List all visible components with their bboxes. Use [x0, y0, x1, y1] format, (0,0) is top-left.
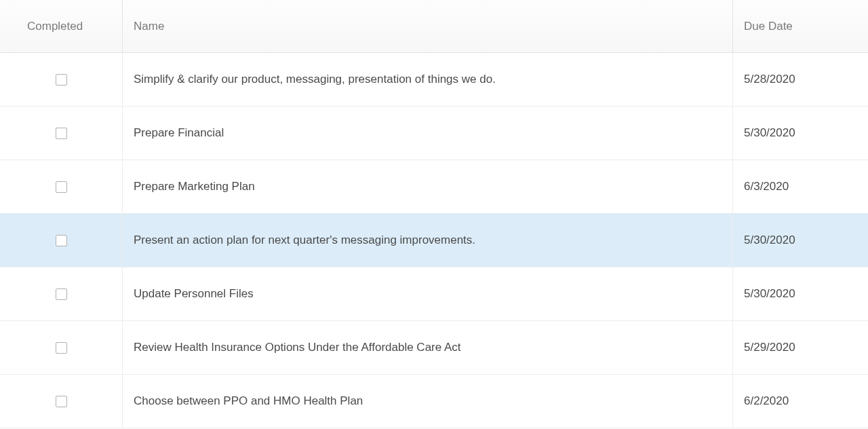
cell-completed: [0, 107, 123, 160]
column-header-name[interactable]: Name: [123, 0, 733, 52]
cell-completed: [0, 267, 123, 320]
cell-name: Prepare Marketing Plan: [123, 160, 733, 213]
cell-due-date: 6/3/2020: [733, 160, 868, 213]
cell-due-date: 6/2/2020: [733, 375, 868, 428]
cell-due-date: 5/30/2020: [733, 267, 868, 320]
table-row[interactable]: Prepare Financial5/30/2020: [0, 107, 868, 160]
table-row[interactable]: Simplify & clarify our product, messagin…: [0, 53, 868, 107]
table-row[interactable]: Review Health Insurance Options Under th…: [0, 321, 868, 375]
column-header-completed[interactable]: Completed: [0, 0, 123, 52]
cell-completed: [0, 53, 123, 106]
cell-completed: [0, 375, 123, 428]
cell-completed: [0, 321, 123, 374]
table-row[interactable]: Update Personnel Files5/30/2020: [0, 267, 868, 321]
task-table: Completed Name Due Date Simplify & clari…: [0, 0, 868, 428]
completed-checkbox[interactable]: [56, 181, 67, 193]
completed-checkbox[interactable]: [56, 342, 67, 354]
table-body: Simplify & clarify our product, messagin…: [0, 53, 868, 428]
completed-checkbox[interactable]: [56, 396, 67, 407]
completed-checkbox[interactable]: [56, 74, 67, 86]
cell-due-date: 5/28/2020: [733, 53, 868, 106]
cell-name: Update Personnel Files: [123, 267, 733, 320]
table-header-row: Completed Name Due Date: [0, 0, 868, 53]
completed-checkbox[interactable]: [56, 235, 67, 246]
column-header-due-date[interactable]: Due Date: [733, 0, 868, 52]
cell-name: Simplify & clarify our product, messagin…: [123, 53, 733, 106]
cell-completed: [0, 160, 123, 213]
cell-name: Present an action plan for next quarter'…: [123, 214, 733, 267]
cell-name: Prepare Financial: [123, 107, 733, 160]
cell-due-date: 5/30/2020: [733, 107, 868, 160]
cell-name: Choose between PPO and HMO Health Plan: [123, 375, 733, 428]
cell-due-date: 5/29/2020: [733, 321, 868, 374]
cell-due-date: 5/30/2020: [733, 214, 868, 267]
completed-checkbox[interactable]: [56, 288, 67, 300]
table-row[interactable]: Prepare Marketing Plan6/3/2020: [0, 160, 868, 214]
completed-checkbox[interactable]: [56, 128, 67, 139]
table-row[interactable]: Choose between PPO and HMO Health Plan6/…: [0, 375, 868, 428]
cell-completed: [0, 214, 123, 267]
table-row[interactable]: Present an action plan for next quarter'…: [0, 214, 868, 267]
cell-name: Review Health Insurance Options Under th…: [123, 321, 733, 374]
